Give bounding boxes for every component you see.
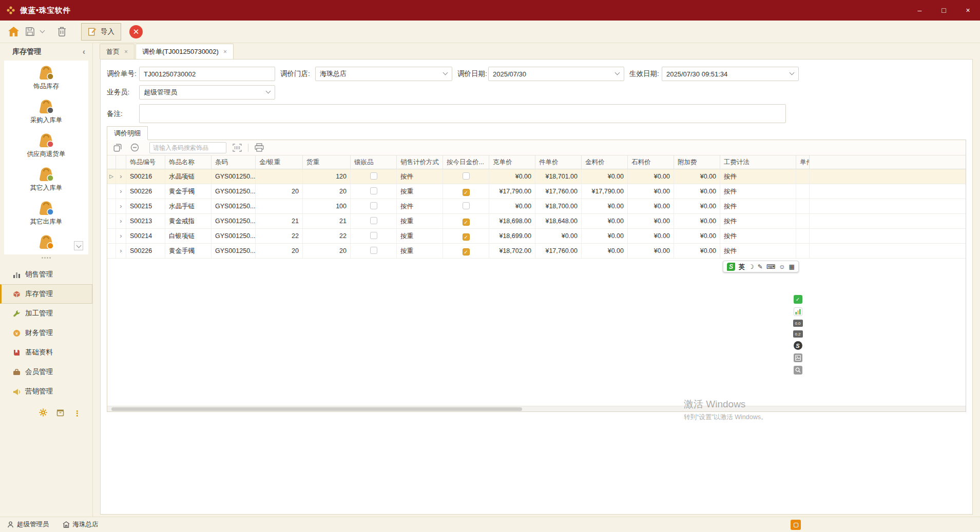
cell-labor[interactable]: 按件 xyxy=(720,214,796,228)
stats-bars-icon[interactable] xyxy=(794,307,802,316)
sidebar-splitter[interactable] xyxy=(0,254,92,261)
sidebar-item-sales[interactable]: 销售管理 xyxy=(0,265,92,284)
grid-row[interactable]: ›S00215水晶手链GYS001250...100按件¥0.00¥18,700… xyxy=(107,199,966,214)
cell-name[interactable]: 水晶项链 xyxy=(165,169,212,184)
cell-surcharge[interactable]: ¥0.00 xyxy=(674,229,720,243)
cell-code[interactable]: S00226 xyxy=(126,244,165,258)
cell-gold_price[interactable]: ¥0.00 xyxy=(582,214,628,228)
cell-gold_weight[interactable] xyxy=(256,169,303,184)
column-header-surcharge[interactable]: 附加费 xyxy=(674,155,720,169)
checkbox-inlay[interactable] xyxy=(370,187,377,194)
checkbox-today_gold[interactable] xyxy=(463,202,470,209)
cell-gram_price[interactable]: ¥0.00 xyxy=(489,199,535,213)
grid-row[interactable]: ▷›S00216水晶项链GYS001250...120按件¥0.00¥18,70… xyxy=(107,169,966,184)
sidebar-item-processing[interactable]: 加工管理 xyxy=(0,304,92,323)
cell-weight[interactable]: 120 xyxy=(303,169,351,184)
grid-row[interactable]: ›S00213黄金戒指GYS001250...2121按重✓¥18,698.00… xyxy=(107,214,966,229)
column-header-barcode[interactable]: 条码 xyxy=(212,155,256,169)
column-header-today_gold[interactable]: 按今日金价... xyxy=(443,155,489,169)
checkbox-inlay[interactable] xyxy=(370,232,377,239)
cell-barcode[interactable]: GYS001250... xyxy=(212,199,256,213)
column-header-inlay[interactable]: 镶嵌品 xyxy=(351,155,397,169)
checkbox-inlay[interactable] xyxy=(370,247,377,254)
sidebar-item-basic-data[interactable]: 基础资料 xyxy=(0,343,92,362)
cell-piece_price[interactable]: ¥17,760.00 xyxy=(535,244,582,258)
sidebar-shortcut-jewelry-stock[interactable]: 饰品库存 xyxy=(4,61,88,94)
checkbox-today_gold[interactable]: ✓ xyxy=(463,248,470,255)
close-document-button[interactable]: ✕ xyxy=(129,25,143,38)
cell-piece_price[interactable]: ¥17,760.00 xyxy=(535,184,582,199)
cell-gram_price[interactable]: ¥0.00 xyxy=(489,169,535,184)
tab-adjustment-detail[interactable]: 调价明细 xyxy=(107,126,148,140)
cell-barcode[interactable]: GYS001250... xyxy=(212,244,256,258)
cell-name[interactable]: 黄金手镯 xyxy=(165,244,212,258)
cell-weight[interactable]: 20 xyxy=(303,244,351,258)
cell-gold_price[interactable]: ¥17,790.00 xyxy=(582,184,628,199)
column-header-labor[interactable]: 工费计法 xyxy=(720,155,796,169)
cell-code[interactable]: S00226 xyxy=(126,184,165,199)
column-header-name[interactable]: 饰品名称 xyxy=(165,155,212,169)
cell-surcharge[interactable]: ¥0.00 xyxy=(674,169,720,184)
cell-gram_price[interactable]: ¥18,698.00 xyxy=(489,214,535,228)
cell-pricing[interactable]: 按重 xyxy=(397,184,443,199)
cell-code[interactable]: S00213 xyxy=(126,214,165,228)
ime-emoji-icon[interactable]: ☺ xyxy=(779,264,785,270)
cell-today_gold[interactable] xyxy=(443,169,489,184)
cell-today_gold[interactable]: ✓ xyxy=(443,214,489,228)
cell-inlay[interactable] xyxy=(351,184,397,199)
tab-price-adjustment[interactable]: 调价单(TJ001250730002) × xyxy=(136,44,234,59)
print-button[interactable] xyxy=(253,142,265,154)
cell-piece_price[interactable]: ¥0.00 xyxy=(535,229,582,243)
row-expand-icon[interactable]: › xyxy=(116,169,126,184)
shield-check-icon[interactable]: ✓ xyxy=(794,295,802,304)
checkbox-inlay[interactable] xyxy=(370,172,377,180)
barcode-scan-button[interactable] xyxy=(231,142,243,154)
cell-extra[interactable] xyxy=(796,184,810,199)
cell-labor[interactable]: 按件 xyxy=(720,199,796,213)
checkbox-today_gold[interactable]: ✓ xyxy=(463,233,470,241)
remark-input[interactable] xyxy=(139,104,786,123)
cell-name[interactable]: 水晶手链 xyxy=(165,199,212,213)
cell-today_gold[interactable]: ✓ xyxy=(443,184,489,199)
cell-gold_price[interactable]: ¥0.00 xyxy=(582,229,628,243)
cell-gold_weight[interactable]: 22 xyxy=(256,229,303,243)
cell-stone_price[interactable]: ¥0.00 xyxy=(628,199,674,213)
row-expand-icon[interactable]: › xyxy=(116,199,126,213)
grid-row[interactable]: ›S00226黄金手镯GYS001250...2020按重✓¥17,790.00… xyxy=(107,184,966,199)
grid-row[interactable]: ›S00214白银项链GYS001250...2222按重✓¥18,699.00… xyxy=(107,229,966,244)
sidebar-shortcut-other-outbound[interactable]: 其它出库单 xyxy=(4,196,88,230)
cell-extra[interactable] xyxy=(796,169,810,184)
cell-surcharge[interactable]: ¥0.00 xyxy=(674,184,720,199)
cell-gram_price[interactable]: ¥17,790.00 xyxy=(489,184,535,199)
ime-keyboard-icon[interactable]: ⌨ xyxy=(766,264,775,270)
checkbox-inlay[interactable] xyxy=(370,202,377,209)
statusbar-user[interactable]: 超级管理员 xyxy=(7,520,49,529)
screenshot-icon[interactable] xyxy=(794,353,802,362)
cell-pricing[interactable]: 按重 xyxy=(397,244,443,258)
cell-labor[interactable]: 按件 xyxy=(720,244,796,258)
scrollbar-thumb[interactable] xyxy=(111,407,522,411)
cell-name[interactable]: 黄金戒指 xyxy=(165,214,212,228)
cell-piece_price[interactable]: ¥18,700.00 xyxy=(535,199,582,213)
shortcut-expander-button[interactable] xyxy=(74,241,83,250)
home-button[interactable] xyxy=(5,23,22,41)
cell-extra[interactable] xyxy=(796,244,810,258)
cell-gold_weight[interactable]: 21 xyxy=(256,214,303,228)
cell-weight[interactable]: 100 xyxy=(303,199,351,213)
date-select[interactable]: 2025/07/30 xyxy=(488,67,624,81)
column-header-gold_price[interactable]: 金料价 xyxy=(582,155,628,169)
cell-inlay[interactable] xyxy=(351,169,397,184)
cell-stone_price[interactable]: ¥0.00 xyxy=(628,214,674,228)
maximize-button[interactable]: □ xyxy=(932,0,956,21)
cell-extra[interactable] xyxy=(796,214,810,228)
cell-stone_price[interactable]: ¥0.00 xyxy=(628,244,674,258)
cell-inlay[interactable] xyxy=(351,244,397,258)
cell-gold_weight[interactable] xyxy=(256,199,303,213)
cell-surcharge[interactable]: ¥0.00 xyxy=(674,244,720,258)
cell-gold_price[interactable]: ¥0.00 xyxy=(582,169,628,184)
remove-row-button[interactable] xyxy=(128,142,141,154)
sidebar-shortcut-purchase-inbound[interactable]: 采购入库单 xyxy=(4,94,88,128)
cell-piece_price[interactable]: ¥18,648.00 xyxy=(535,214,582,228)
column-header-code[interactable]: 饰品编号 xyxy=(126,155,165,169)
barcode-search-input[interactable] xyxy=(149,142,226,153)
